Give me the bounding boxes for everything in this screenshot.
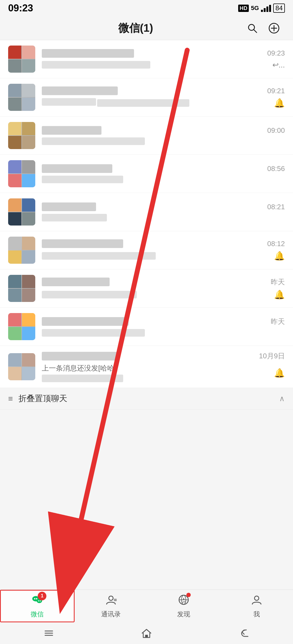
chat-name (42, 164, 112, 173)
system-nav-bar (0, 622, 293, 644)
chat-content: 昨天 🔔 (42, 277, 285, 300)
chat-preview (42, 329, 145, 337)
chat-item[interactable]: 09:23 ↩... (0, 40, 293, 78)
svg-rect-23 (145, 635, 148, 637)
tab-wechat[interactable]: 1 微信 (0, 590, 75, 622)
discover-tab-icon (178, 594, 190, 608)
tab-discover[interactable]: 发现 (147, 590, 220, 622)
svg-point-8 (34, 598, 36, 599)
chat-content: 昨天 (42, 317, 285, 337)
avatar (8, 275, 35, 302)
back-nav-button[interactable] (236, 625, 252, 641)
chat-preview (97, 99, 189, 107)
hd-icon: HD (238, 5, 249, 12)
chat-preview (42, 375, 123, 382)
chat-name (42, 202, 96, 211)
chat-time: 08:56 (267, 165, 285, 173)
search-button[interactable] (244, 20, 260, 36)
tab-contacts[interactable]: 通讯录 (75, 590, 148, 622)
chat-name (42, 86, 118, 95)
chat-preview (42, 137, 145, 145)
status-icons: HD 5G 84 (238, 4, 285, 13)
contacts-tab-label: 通讯录 (101, 610, 121, 619)
contacts-tab-icon (105, 594, 117, 608)
chat-content: 08:21 (42, 202, 285, 221)
menu-nav-button[interactable] (41, 625, 57, 641)
mute-icon: 🔔 (274, 289, 285, 300)
me-tab-icon (251, 594, 263, 608)
chat-time: 08:21 (267, 203, 285, 211)
fold-arrow-icon: ∧ (279, 394, 285, 403)
svg-point-13 (109, 596, 113, 600)
chat-name (42, 239, 123, 248)
avatar (8, 237, 35, 264)
discover-dot (186, 593, 191, 597)
me-tab-label: 我 (253, 610, 260, 619)
chat-content: 09:21 🔔 (42, 86, 285, 108)
chat-time: 昨天 (271, 277, 285, 287)
mute-icon: 🔔 (274, 98, 285, 108)
chat-name (42, 352, 118, 360)
5g-icon: 5G (251, 5, 259, 12)
app-header: 微信(1) (0, 16, 293, 40)
chat-preview (42, 61, 150, 69)
svg-point-19 (254, 596, 259, 600)
status-bar: 09:23 HD 5G 84 (0, 0, 293, 16)
chat-time: 09:21 (267, 87, 285, 95)
chat-item[interactable]: 昨天 🔔 (0, 269, 293, 308)
bottom-nav: 1 微信 通讯录 (0, 590, 293, 644)
tab-me[interactable]: 我 (220, 590, 293, 622)
chat-item[interactable]: 昨天 (0, 308, 293, 346)
header-spacer (11, 20, 27, 36)
chat-time: 昨天 (271, 317, 285, 326)
chat-time: 10月9日 (259, 351, 285, 361)
typing-indicator: ↩... (272, 60, 285, 69)
chat-name (42, 278, 110, 286)
chat-item[interactable]: 08:12 🔔 (0, 231, 293, 269)
avatar (8, 353, 35, 380)
add-button[interactable] (266, 20, 282, 36)
chat-preview (42, 252, 156, 260)
chat-content: 10月9日 上一条消息还没发[哈哈] 🔔 (42, 351, 285, 382)
chat-item[interactable]: 09:00 (0, 117, 293, 155)
chat-item[interactable]: 08:56 (0, 155, 293, 193)
chat-preview (42, 291, 137, 298)
chat-content: 09:00 (42, 126, 285, 145)
chat-content: 08:56 (42, 164, 285, 183)
svg-line-1 (254, 30, 257, 33)
fold-pinned-label: 折叠置顶聊天 (18, 393, 279, 404)
chat-name-tag (42, 98, 96, 106)
chat-content: 09:23 ↩... (42, 49, 285, 69)
chat-time: 08:12 (267, 240, 285, 248)
svg-point-12 (40, 600, 41, 601)
avatar (8, 198, 35, 226)
avatar (8, 313, 35, 340)
svg-point-11 (38, 600, 39, 601)
chat-sender: 上一条消息还没发[哈哈] (42, 363, 123, 373)
chat-item[interactable]: 10月9日 上一条消息还没发[哈哈] 🔔 (0, 346, 293, 388)
signal-icon (261, 4, 271, 12)
svg-point-9 (36, 598, 37, 599)
avatar (8, 160, 35, 187)
chat-list: 09:23 ↩... 09:21 (0, 40, 293, 388)
wechat-badge: 1 (38, 592, 46, 600)
wechat-tab-label: 微信 (31, 610, 44, 619)
chat-name (42, 317, 129, 326)
mute-icon: 🔔 (274, 368, 285, 378)
chat-preview (42, 176, 123, 183)
chat-name (42, 49, 134, 58)
chat-time: 09:23 (267, 49, 285, 57)
mute-icon: 🔔 (274, 251, 285, 261)
fold-pinned-section[interactable]: ≡ 折叠置顶聊天 ∧ (0, 388, 293, 410)
chat-item[interactable]: 08:21 (0, 193, 293, 231)
chat-time: 09:00 (267, 126, 285, 135)
chat-content: 08:12 🔔 (42, 239, 285, 261)
page-title: 微信(1) (27, 21, 244, 36)
discover-tab-label: 发现 (177, 610, 190, 619)
nav-tabs: 1 微信 通讯录 (0, 590, 293, 622)
chat-item[interactable]: 09:21 🔔 (0, 78, 293, 117)
status-time: 09:23 (8, 2, 33, 14)
avatar (8, 122, 35, 149)
wechat-tab-icon: 1 (31, 594, 43, 608)
home-nav-button[interactable] (138, 625, 155, 641)
